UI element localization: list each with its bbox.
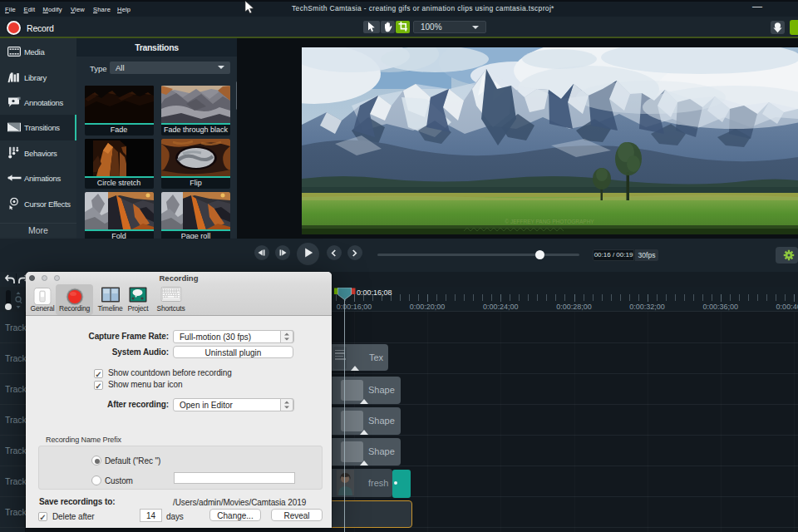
svg-text:© JEFFREY PANG PHOTOGRAPHY: © JEFFREY PANG PHOTOGRAPHY bbox=[505, 219, 594, 224]
